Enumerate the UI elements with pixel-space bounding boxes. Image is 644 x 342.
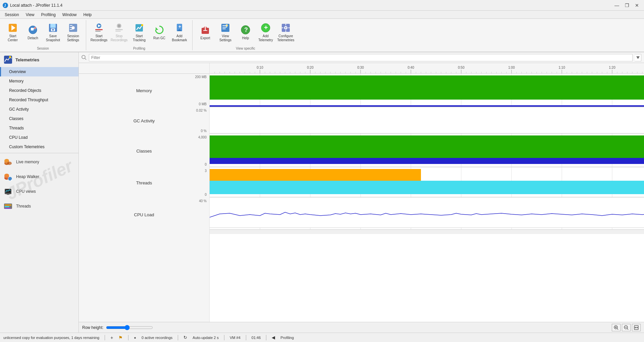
start-center-button[interactable]: StartCenter — [3, 20, 22, 45]
svg-rect-35 — [221, 24, 229, 32]
threads-scale-bottom: 0 — [82, 193, 207, 196]
zoom-fit-button[interactable] — [632, 324, 641, 331]
svg-rect-20 — [95, 31, 101, 32]
svg-text:0:20: 0:20 — [307, 66, 314, 69]
sidebar-item-memory[interactable]: Memory — [0, 76, 78, 86]
search-icon — [82, 55, 87, 60]
classes-scale-top: 4,000 — [82, 135, 207, 139]
sidebar-tool-heap-walker[interactable]: Heap Walker — [0, 169, 78, 184]
detach-button[interactable]: Detach — [23, 20, 42, 45]
export-button[interactable]: Export — [196, 20, 215, 45]
telemetries-section-label: Telemetries — [15, 57, 39, 62]
row-height-slider[interactable] — [106, 325, 153, 330]
telemetries-section-header: Telemetries — [0, 52, 78, 67]
window-title: Local attach - JProfiler 11.1.4 — [10, 3, 62, 8]
toolbar-profiling-group-label: Profiling — [90, 45, 189, 50]
view-settings-button[interactable]: ViewSettings — [216, 20, 235, 45]
horizontal-scrollbar[interactable] — [210, 229, 644, 234]
live-memory-label: Live memory — [16, 160, 39, 164]
main-chart-svg: 0:10 0:20 0:30 0:40 0:50 1:00 1:10 — [210, 63, 644, 229]
sidebar-item-recorded-objects[interactable]: Recorded Objects — [0, 86, 78, 95]
classes-chart — [210, 135, 644, 167]
memory-scale-bottom: 0 MB — [82, 102, 207, 106]
sidebar-tool-cpu-views[interactable]: CPU views — [0, 184, 78, 199]
sidebar-item-classes[interactable]: Classes — [0, 114, 78, 123]
svg-line-214 — [627, 329, 628, 330]
save-snapshot-label: SaveSnapshot — [46, 34, 60, 42]
threads-scale-top: 3 — [82, 169, 207, 173]
svg-text:J: J — [4, 4, 6, 7]
help-label: Help — [242, 36, 249, 40]
configure-telemetries-button[interactable]: ConfigureTelemetries — [276, 20, 295, 45]
svg-rect-24 — [115, 31, 121, 32]
view-settings-icon — [220, 22, 231, 33]
flag-icon: ⚑ — [118, 335, 123, 340]
add-bookmark-button[interactable]: + AddBookmark — [170, 20, 189, 45]
cpu-views-label: CPU views — [16, 189, 36, 194]
svg-marker-218 — [635, 327, 636, 329]
menu-help[interactable]: Help — [80, 12, 95, 18]
filter-bar — [79, 52, 644, 63]
menu-profiling[interactable]: Profiling — [38, 12, 59, 18]
sidebar-item-cpu-load[interactable]: CPU Load — [0, 133, 78, 142]
menu-window[interactable]: Window — [59, 12, 80, 18]
sidebar-item-custom-telemetries[interactable]: Custom Telemetries — [0, 142, 78, 152]
minimize-button[interactable]: — — [612, 2, 621, 9]
filter-input[interactable] — [89, 54, 633, 61]
add-telemetry-icon: + — [260, 22, 271, 33]
menu-view[interactable]: View — [22, 12, 38, 18]
svg-text:0:10: 0:10 — [257, 66, 263, 69]
sidebar-item-recorded-throughput[interactable]: Recorded Throughput — [0, 95, 78, 105]
svg-marker-72 — [636, 56, 640, 59]
svg-rect-50 — [282, 27, 283, 28]
session-settings-button[interactable]: SessionSettings — [64, 20, 83, 45]
svg-rect-73 — [210, 63, 644, 74]
close-button[interactable]: ✕ — [633, 2, 641, 9]
session-settings-icon — [68, 22, 78, 33]
svg-point-53 — [9, 56, 11, 58]
sidebar-item-overview[interactable]: Overview — [0, 67, 78, 76]
start-tracking-button[interactable]: StartTracking — [130, 20, 149, 45]
svg-rect-67 — [5, 205, 11, 206]
ruler-label-placeholder — [79, 63, 209, 74]
sidebar-tool-live-memory[interactable]: Live memory — [0, 155, 78, 169]
start-recordings-button[interactable]: StartRecordings — [90, 20, 108, 45]
add-telemetry-label: AddTelemetry — [258, 34, 273, 42]
run-gc-button[interactable]: Run GC — [150, 20, 169, 45]
zoom-out-button[interactable] — [622, 324, 631, 331]
svg-line-71 — [85, 58, 86, 60]
threads-label: Threads — [16, 204, 31, 209]
status-sep-6 — [266, 335, 266, 340]
add-telemetry-button[interactable]: + AddTelemetry — [256, 20, 275, 45]
svg-line-210 — [617, 329, 618, 330]
threads-chart — [210, 169, 644, 197]
mode-text: Profiling — [280, 336, 294, 340]
sidebar-tool-threads[interactable]: Threads — [0, 199, 78, 214]
toolbar-group-view: Export ViewSettings — [193, 20, 299, 50]
session-settings-label: SessionSettings — [67, 34, 79, 42]
heap-walker-label: Heap Walker — [16, 174, 39, 179]
sidebar-item-gc-activity[interactable]: GC Activity — [0, 105, 78, 114]
svg-rect-11 — [52, 29, 54, 31]
svg-rect-51 — [288, 27, 290, 28]
start-tracking-label: StartTracking — [133, 34, 146, 42]
help-button[interactable]: ? Help — [236, 20, 255, 45]
zoom-controls — [612, 324, 641, 331]
memory-label-cell: 200 MB Memory 0 MB — [79, 74, 210, 107]
titlebar: J Local attach - JProfiler 11.1.4 — ❐ ✕ — [0, 0, 644, 11]
filter-dropdown-button[interactable] — [635, 54, 641, 61]
svg-rect-198 — [210, 158, 644, 164]
bookmark-add-icon: + — [110, 335, 113, 340]
timeline-charts: 0:10 0:20 0:30 0:40 0:50 1:00 1:10 — [210, 63, 644, 322]
svg-rect-200 — [210, 169, 421, 181]
threads-tool-icon — [3, 202, 13, 211]
license-text: unlicensed copy for evaluation purposes,… — [3, 336, 99, 340]
menu-session[interactable]: Session — [1, 12, 22, 18]
sidebar-item-threads[interactable]: Threads — [0, 123, 78, 133]
maximize-button[interactable]: ❐ — [623, 2, 631, 9]
toolbar-session-buttons: StartCenter Detach — [3, 20, 83, 45]
zoom-in-button[interactable] — [612, 324, 621, 331]
recording-dot: ● — [134, 336, 136, 340]
save-snapshot-button[interactable]: SaveSnapshot — [44, 20, 62, 45]
stop-recordings-button[interactable]: StopRecordings — [110, 20, 128, 45]
